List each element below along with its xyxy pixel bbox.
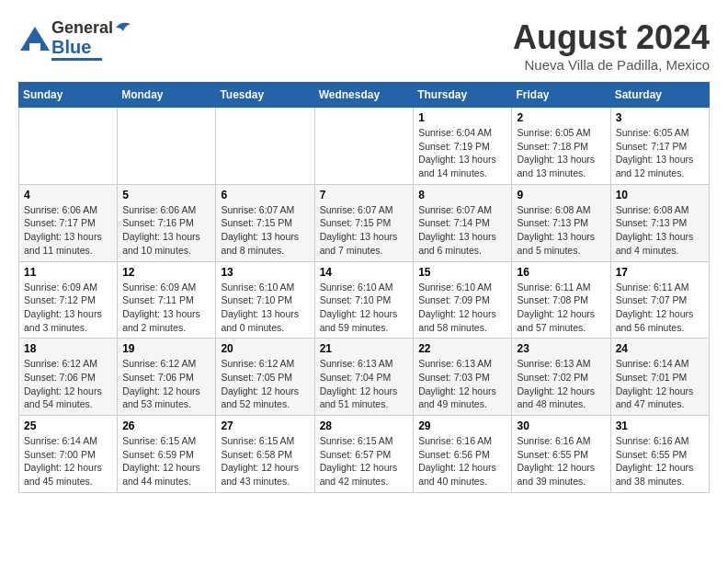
day-number: 20 [221,342,309,355]
day-number: 12 [122,266,210,279]
calendar-cell: 25Sunrise: 6:14 AM Sunset: 7:00 PM Dayli… [19,416,118,493]
day-number: 7 [320,189,409,201]
calendar-cell: 30Sunrise: 6:16 AM Sunset: 6:55 PM Dayli… [512,416,610,493]
calendar-cell: 13Sunrise: 6:10 AM Sunset: 7:10 PM Dayli… [216,261,314,339]
day-number: 8 [418,189,506,201]
day-info: Sunrise: 6:07 AM Sunset: 7:15 PM Dayligh… [221,203,309,258]
calendar-cell: 29Sunrise: 6:16 AM Sunset: 6:56 PM Dayli… [414,416,512,493]
day-number: 31 [616,419,704,432]
calendar-week-row: 18Sunrise: 6:12 AM Sunset: 7:06 PM Dayli… [19,339,710,416]
logo-general: General [51,18,113,38]
calendar-cell: 5Sunrise: 6:06 AM Sunset: 7:16 PM Daylig… [118,184,216,261]
weekday-header: Thursday [414,83,512,108]
day-number: 6 [221,189,309,201]
calendar-cell [314,108,414,185]
calendar-cell: 4Sunrise: 6:06 AM Sunset: 7:17 PM Daylig… [19,184,118,261]
day-info: Sunrise: 6:14 AM Sunset: 7:00 PM Dayligh… [24,434,112,488]
day-number: 15 [418,266,506,279]
day-number: 29 [418,419,506,432]
logo-blue-text: Blue [51,38,132,56]
day-number: 30 [517,419,605,432]
calendar-week-row: 11Sunrise: 6:09 AM Sunset: 7:12 PM Dayli… [19,261,710,339]
calendar-cell: 2Sunrise: 6:05 AM Sunset: 7:18 PM Daylig… [512,108,610,185]
day-number: 17 [616,266,704,279]
calendar-cell: 19Sunrise: 6:12 AM Sunset: 7:06 PM Dayli… [118,339,216,416]
calendar-cell: 20Sunrise: 6:12 AM Sunset: 7:05 PM Dayli… [216,339,314,416]
day-info: Sunrise: 6:10 AM Sunset: 7:10 PM Dayligh… [320,281,409,335]
day-info: Sunrise: 6:12 AM Sunset: 7:06 PM Dayligh… [24,357,112,411]
page-header: General Blue August 2024 Nueva Villa de … [18,18,710,73]
day-number: 4 [24,189,112,201]
day-number: 2 [517,111,605,124]
day-number: 16 [517,266,605,279]
day-info: Sunrise: 6:13 AM Sunset: 7:04 PM Dayligh… [320,357,409,411]
calendar-cell: 1Sunrise: 6:04 AM Sunset: 7:19 PM Daylig… [414,108,512,185]
day-number: 1 [418,111,506,124]
day-info: Sunrise: 6:12 AM Sunset: 7:06 PM Dayligh… [122,357,210,411]
day-info: Sunrise: 6:07 AM Sunset: 7:15 PM Dayligh… [320,203,409,258]
day-number: 27 [221,419,309,432]
day-info: Sunrise: 6:10 AM Sunset: 7:10 PM Dayligh… [221,281,309,335]
day-number: 10 [616,189,704,201]
day-info: Sunrise: 6:11 AM Sunset: 7:07 PM Dayligh… [616,281,704,335]
day-number: 13 [221,266,309,279]
calendar-week-row: 25Sunrise: 6:14 AM Sunset: 7:00 PM Dayli… [19,416,710,493]
weekday-header: Tuesday [216,83,314,108]
day-number: 21 [320,342,409,355]
logo: General Blue [18,18,132,61]
calendar-cell: 15Sunrise: 6:10 AM Sunset: 7:09 PM Dayli… [414,261,512,339]
weekday-header: Sunday [19,83,118,108]
weekday-header: Wednesday [314,83,414,108]
calendar-cell: 6Sunrise: 6:07 AM Sunset: 7:15 PM Daylig… [216,184,314,261]
calendar-cell: 28Sunrise: 6:15 AM Sunset: 6:57 PM Dayli… [314,416,414,493]
calendar-cell: 26Sunrise: 6:15 AM Sunset: 6:59 PM Dayli… [118,416,216,493]
day-info: Sunrise: 6:09 AM Sunset: 7:12 PM Dayligh… [24,281,112,335]
calendar-cell [216,108,314,185]
logo-text: General Blue [51,18,132,61]
calendar-week-row: 1Sunrise: 6:04 AM Sunset: 7:19 PM Daylig… [19,108,710,185]
calendar-cell: 12Sunrise: 6:09 AM Sunset: 7:11 PM Dayli… [118,261,216,339]
day-number: 24 [616,342,704,355]
day-info: Sunrise: 6:14 AM Sunset: 7:01 PM Dayligh… [616,357,704,411]
calendar-cell: 7Sunrise: 6:07 AM Sunset: 7:15 PM Daylig… [314,184,414,261]
day-info: Sunrise: 6:09 AM Sunset: 7:11 PM Dayligh… [122,281,210,335]
day-info: Sunrise: 6:05 AM Sunset: 7:17 PM Dayligh… [616,126,704,180]
day-info: Sunrise: 6:16 AM Sunset: 6:55 PM Dayligh… [616,434,704,488]
calendar-cell: 8Sunrise: 6:07 AM Sunset: 7:14 PM Daylig… [414,184,512,261]
day-info: Sunrise: 6:11 AM Sunset: 7:08 PM Dayligh… [517,281,605,335]
calendar-cell: 24Sunrise: 6:14 AM Sunset: 7:01 PM Dayli… [610,339,709,416]
day-info: Sunrise: 6:07 AM Sunset: 7:14 PM Dayligh… [418,203,506,258]
logo-icon [18,23,51,56]
day-info: Sunrise: 6:15 AM Sunset: 6:57 PM Dayligh… [320,434,409,488]
day-info: Sunrise: 6:13 AM Sunset: 7:03 PM Dayligh… [418,357,506,411]
day-info: Sunrise: 6:15 AM Sunset: 6:58 PM Dayligh… [221,434,309,488]
logo-underline [51,58,102,61]
day-number: 22 [418,342,506,355]
calendar-cell [118,108,216,185]
calendar-cell: 27Sunrise: 6:15 AM Sunset: 6:58 PM Dayli… [216,416,314,493]
calendar-cell: 21Sunrise: 6:13 AM Sunset: 7:04 PM Dayli… [314,339,414,416]
day-number: 28 [320,419,409,432]
day-info: Sunrise: 6:08 AM Sunset: 7:13 PM Dayligh… [616,203,704,258]
calendar-cell: 22Sunrise: 6:13 AM Sunset: 7:03 PM Dayli… [414,339,512,416]
month-year-title: August 2024 [513,18,710,57]
day-number: 18 [24,342,112,355]
day-number: 9 [517,189,605,201]
location-subtitle: Nueva Villa de Padilla, Mexico [513,57,710,73]
day-info: Sunrise: 6:08 AM Sunset: 7:13 PM Dayligh… [517,203,605,258]
day-info: Sunrise: 6:16 AM Sunset: 6:56 PM Dayligh… [418,434,506,488]
calendar-cell: 31Sunrise: 6:16 AM Sunset: 6:55 PM Dayli… [610,416,709,493]
day-number: 25 [24,419,112,432]
day-number: 19 [122,342,210,355]
day-info: Sunrise: 6:12 AM Sunset: 7:05 PM Dayligh… [221,357,309,411]
day-info: Sunrise: 6:15 AM Sunset: 6:59 PM Dayligh… [122,434,210,488]
calendar-cell: 3Sunrise: 6:05 AM Sunset: 7:17 PM Daylig… [610,108,709,185]
calendar-header-row: SundayMondayTuesdayWednesdayThursdayFrid… [19,83,710,108]
calendar-cell: 18Sunrise: 6:12 AM Sunset: 7:06 PM Dayli… [19,339,118,416]
svg-rect-2 [29,43,40,51]
calendar-cell: 9Sunrise: 6:08 AM Sunset: 7:13 PM Daylig… [512,184,610,261]
day-info: Sunrise: 6:10 AM Sunset: 7:09 PM Dayligh… [418,281,506,335]
calendar-cell: 23Sunrise: 6:13 AM Sunset: 7:02 PM Dayli… [512,339,610,416]
calendar-cell: 10Sunrise: 6:08 AM Sunset: 7:13 PM Dayli… [610,184,709,261]
day-number: 26 [122,419,210,432]
